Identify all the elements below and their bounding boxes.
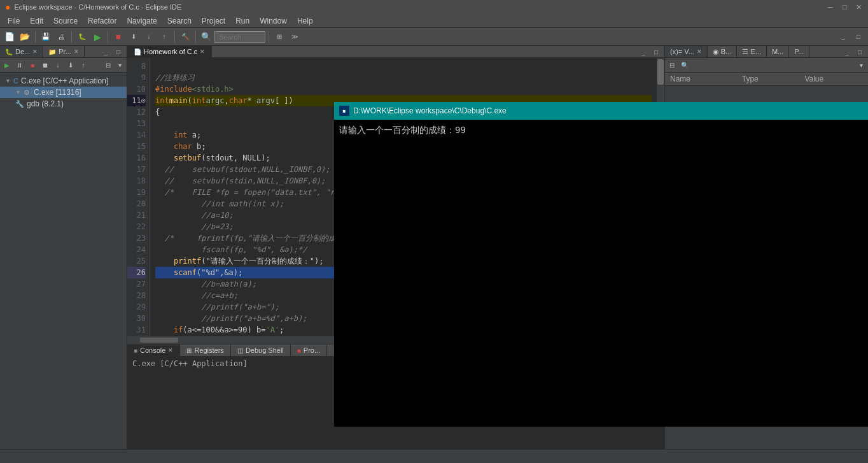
toolbar-debug[interactable]: 🐛: [75, 30, 89, 44]
maximize-button[interactable]: □: [840, 3, 849, 11]
col-type: Type: [737, 73, 800, 86]
ln-29: 29: [127, 301, 146, 313]
toolbar-print[interactable]: 🖨: [54, 30, 68, 44]
ln-24: 24: [127, 244, 146, 255]
tab-modules[interactable]: M...: [767, 46, 789, 57]
menu-file[interactable]: File: [3, 14, 25, 28]
ln-17: 17: [127, 164, 146, 175]
menu-refactor[interactable]: Refactor: [83, 14, 122, 28]
exe-icon: ⚙: [24, 89, 30, 97]
registers-tab-label: Registers: [194, 346, 223, 354]
var-collapse[interactable]: ⊟: [666, 59, 678, 71]
toolbar-more[interactable]: ≫: [288, 30, 302, 44]
tab-variables[interactable]: (x)= V... ✕: [665, 46, 708, 57]
toolbar-new[interactable]: 📄: [3, 30, 17, 44]
tree-gdb-label: gdb (8.2.1): [27, 99, 64, 108]
editor-tab-main[interactable]: 📄 Homework of C.c ✕: [127, 46, 212, 57]
disconnect-btn[interactable]: ⏹: [39, 59, 51, 71]
title-bar-left: ● Eclipse workspace - C/Homework of C.c …: [5, 2, 181, 12]
tab-debug-shell[interactable]: ◫ Debug Shell: [231, 345, 291, 356]
terminate-btn[interactable]: ■: [27, 59, 38, 71]
menu-edit[interactable]: Edit: [25, 14, 48, 28]
toolbar-step-into[interactable]: ↓: [142, 30, 156, 44]
ln-21: 21: [127, 210, 146, 221]
terminal-title: D:\WORK\Eclipse workspace\C\Debug\C.exe: [353, 106, 507, 115]
toolbar-perspective[interactable]: ⊞: [272, 30, 286, 44]
h-scroll-thumb[interactable]: [140, 338, 178, 343]
tab-debug[interactable]: 🐛 De... ✕: [0, 46, 43, 57]
console-icon: ■: [134, 347, 137, 354]
tab-profiling[interactable]: ■ Pro...: [291, 345, 327, 356]
terminal-icon: ■: [339, 106, 349, 116]
toolbar-build[interactable]: 🔨: [178, 30, 192, 44]
var-view-menu[interactable]: ▾: [855, 59, 867, 71]
toolbar-open[interactable]: 📂: [18, 30, 32, 44]
editor-tab-close[interactable]: ✕: [200, 48, 205, 55]
close-button[interactable]: ✕: [854, 3, 863, 11]
var-filter[interactable]: 🔍: [679, 59, 690, 71]
tab-expressions[interactable]: ☰ E...: [737, 46, 767, 57]
panel-minimize[interactable]: _: [100, 46, 111, 57]
panel-maximize[interactable]: □: [113, 46, 124, 57]
ln-26: 26: [127, 267, 146, 278]
modules-tab-label: M...: [772, 48, 783, 55]
scrollbar-thumb[interactable]: [657, 59, 664, 85]
app-window: ● Eclipse workspace - C/Homework of C.c …: [0, 0, 868, 463]
editor-minimize[interactable]: _: [638, 46, 649, 57]
minimize-button[interactable]: ─: [826, 3, 835, 11]
tree-root-label: C.exe [C/C++ Application]: [21, 76, 108, 85]
ln-8: 8: [127, 61, 146, 72]
project-tab-close[interactable]: ✕: [74, 48, 79, 55]
ln-30: 30: [127, 313, 146, 324]
tab-breakpoints[interactable]: ◉ B...: [708, 46, 738, 57]
right-minimize[interactable]: _: [841, 46, 853, 57]
tree-exe-item[interactable]: ▼ ⚙ C.exe [11316]: [0, 87, 127, 98]
editor-maximize[interactable]: □: [650, 46, 662, 57]
resume-btn[interactable]: ▶: [1, 59, 13, 71]
right-maximize[interactable]: □: [854, 46, 865, 57]
code-line-10: #include<stdio.h>: [155, 83, 652, 95]
collapse-all[interactable]: ⊟: [102, 59, 114, 71]
toolbar-sep-2: [71, 31, 72, 43]
menu-source[interactable]: Source: [48, 14, 83, 28]
menu-navigate[interactable]: Navigate: [122, 14, 162, 28]
toolbar-run[interactable]: ▶: [90, 30, 104, 44]
suspend-btn[interactable]: ⏸: [14, 59, 25, 71]
terminal-prompt: 请输入一个一百分制的成绩：99: [339, 125, 864, 136]
tab-registers[interactable]: ⊞ Registers: [180, 345, 230, 356]
debug-tab-close[interactable]: ✕: [32, 48, 38, 55]
ln-27: 27: [127, 278, 146, 290]
ln-9: 9: [127, 72, 146, 83]
ln-11: 11⊙: [127, 95, 146, 106]
toolbar-maximize-panel[interactable]: □: [851, 30, 865, 44]
toolbar-step-over[interactable]: ⬇: [127, 30, 141, 44]
project-tab-label: Pr...: [59, 48, 71, 55]
tree-exe-label: C.exe [11316]: [32, 88, 83, 97]
menu-window[interactable]: Window: [255, 14, 292, 28]
tab-processes[interactable]: P...: [789, 46, 809, 57]
menu-search[interactable]: Search: [162, 14, 197, 28]
toolbar-search-btn[interactable]: 🔍: [199, 30, 213, 44]
toolbar-step-return[interactable]: ↑: [157, 30, 171, 44]
toolbar-save[interactable]: 💾: [39, 30, 53, 44]
step-in-btn[interactable]: ↓: [52, 59, 64, 71]
menu-run[interactable]: Run: [230, 14, 255, 28]
toolbar-minimize-panel[interactable]: _: [836, 30, 850, 44]
toolbar-stop[interactable]: ■: [111, 30, 125, 44]
search-input[interactable]: [214, 31, 265, 43]
tree-root[interactable]: ▼ C C.exe [C/C++ Application]: [0, 75, 127, 87]
project-icon: 📁: [48, 48, 56, 55]
menu-help[interactable]: Help: [292, 14, 318, 28]
variables-tab-close[interactable]: ✕: [697, 48, 702, 55]
tab-project[interactable]: 📁 Pr... ✕: [43, 46, 85, 57]
ln-22: 22: [127, 221, 146, 232]
menu-project[interactable]: Project: [197, 14, 230, 28]
step-return-left-btn[interactable]: ↑: [78, 59, 89, 71]
tree-gdb-item[interactable]: 🔧 gdb (8.2.1): [0, 98, 127, 110]
view-menu[interactable]: ▾: [114, 59, 125, 71]
console-tab-close[interactable]: ✕: [168, 347, 173, 353]
step-over-left-btn[interactable]: ⬇: [65, 59, 76, 71]
tab-console[interactable]: ■ Console ✕: [127, 345, 180, 356]
terminal-body[interactable]: 请输入一个一百分制的成绩：99: [334, 120, 868, 427]
window-title: Eclipse workspace - C/Homework of C.c - …: [14, 3, 181, 11]
